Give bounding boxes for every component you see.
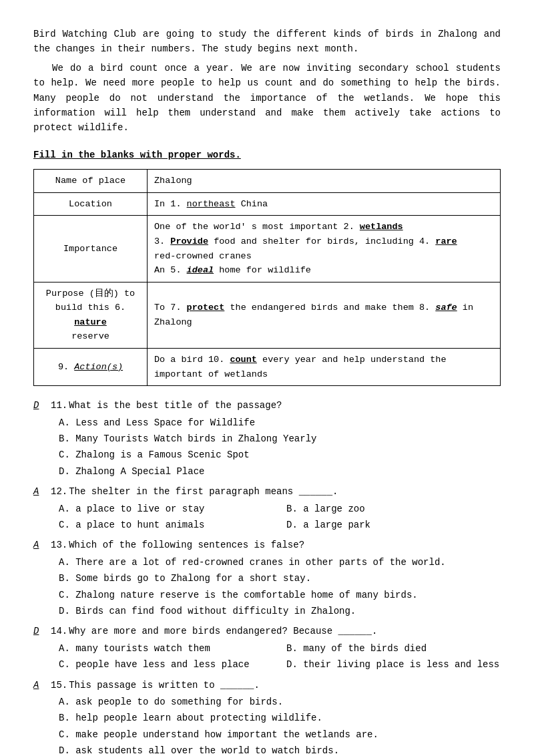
passage-text: Bird Watching Club are going to study th… (33, 27, 501, 136)
options-12: A. a place to live or stay B. a large zo… (59, 502, 501, 533)
table-label-name: Name of place (34, 170, 148, 193)
option-14-d: D. their living place is less and less (286, 657, 501, 672)
option-13-b: B. Some birds go to Zhalong for a short … (59, 571, 501, 586)
option-13-a: A. There are a lot of red-crowned cranes… (59, 555, 501, 570)
passage-section: Bird Watching Club are going to study th… (33, 27, 501, 756)
answer-4: rare (435, 236, 457, 246)
option-14-c: C. people have less and less place (59, 657, 273, 672)
option-11-d: D. Zhalong A Special Place (59, 464, 501, 479)
q-number-12: 12. (51, 484, 67, 499)
answer-label-14: D (33, 624, 48, 638)
passage-line-2: We do a bird count once a year. We are n… (33, 61, 501, 136)
option-row-12-ab: A. a place to live or stay B. a large zo… (59, 502, 501, 516)
table-content-name: Zhalong (148, 170, 501, 193)
option-row-12-cd: C. a place to hunt animals D. a large pa… (59, 518, 501, 532)
option-12-a: A. a place to live or stay (59, 502, 273, 516)
q-number-13: 13. (51, 538, 67, 552)
answer-6: nature (74, 317, 107, 327)
question-12: A 12. The shelter in the first paragraph… (33, 484, 501, 532)
table-label-importance: Importance (34, 216, 148, 282)
table-label-purpose: Purpose (目的) tobuild this 6. naturereser… (34, 282, 148, 348)
option-12-c: C. a place to hunt animals (59, 518, 273, 532)
question-15-stem: A 15. This passage is written to ______. (33, 678, 501, 693)
answer-label-13: A (33, 538, 48, 552)
table-label-action: 9. Action(s) (34, 349, 148, 386)
answer-9: Action(s) (74, 362, 123, 372)
answer-10: count (230, 355, 257, 365)
option-12-d: D. a large park (286, 518, 501, 532)
options-14: A. many tourists watch them B. many of t… (59, 641, 501, 673)
q-text-14: Why are more and more birds endangered? … (69, 624, 501, 638)
table-row: 9. Action(s) Do a bird 10. count every y… (34, 349, 501, 386)
table-content-purpose: To 7. protect the endangered birds and m… (148, 282, 501, 348)
fill-section-title: Fill in the blanks with proper words. (33, 148, 501, 162)
options-13: A. There are a lot of red-crowned cranes… (59, 555, 501, 619)
question-11: D 11. What is the best title of the pass… (33, 398, 501, 479)
table-row: Purpose (目的) tobuild this 6. naturereser… (34, 282, 501, 348)
question-13-stem: A 13. Which of the following sentences i… (33, 538, 501, 552)
answer-3: Provide (170, 236, 208, 246)
q-text-12: The shelter in the first paragraph means… (69, 484, 501, 499)
table-row: Name of place Zhalong (34, 170, 501, 193)
option-12-b: B. a large zoo (286, 502, 501, 516)
answer-label-12: A (33, 484, 48, 499)
passage-line-1: Bird Watching Club are going to study th… (33, 27, 501, 57)
option-row-14-cd: C. people have less and less place D. th… (59, 657, 501, 672)
table-content-importance: One of the world' s most important 2. we… (148, 216, 501, 282)
question-12-stem: A 12. The shelter in the first paragraph… (33, 484, 501, 499)
q-text-11: What is the best title of the passage? (69, 398, 501, 413)
option-14-a: A. many tourists watch them (59, 641, 273, 656)
answer-7: protect (187, 303, 225, 313)
options-15: A. ask people to do something for birds.… (59, 695, 501, 756)
answer-8: safe (435, 303, 457, 313)
option-15-c: C. make people understand how important … (59, 727, 501, 742)
q-text-15: This passage is written to ______. (69, 678, 501, 693)
option-15-b: B. help people learn about protecting wi… (59, 711, 501, 725)
option-row-14-ab: A. many tourists watch them B. many of t… (59, 641, 501, 656)
question-14-stem: D 14. Why are more and more birds endang… (33, 624, 501, 638)
table-content-action: Do a bird 10. count every year and help … (148, 349, 501, 386)
option-13-d: D. Birds can find food without difficult… (59, 604, 501, 618)
q-number-15: 15. (51, 678, 67, 693)
table-label-location: Location (34, 192, 148, 216)
q-number-14: 14. (51, 624, 67, 638)
option-14-b: B. many of the birds died (286, 641, 501, 656)
question-13: A 13. Which of the following sentences i… (33, 538, 501, 618)
table-row: Importance One of the world' s most impo… (34, 216, 501, 282)
answer-2: wetlands (360, 222, 403, 232)
q-text-13: Which of the following sentences is fals… (69, 538, 501, 552)
answer-1: northeast (187, 199, 236, 209)
option-13-c: C. Zhalong nature reserve is the comfort… (59, 588, 501, 602)
table-row: Location In 1. northeast China (34, 192, 501, 216)
options-11: A. Less and Less Space for Wildlife B. M… (59, 415, 501, 480)
option-11-b: B. Many Tourists Watch birds in Zhalong … (59, 431, 501, 446)
table-content-location: In 1. northeast China (148, 192, 501, 216)
question-11-stem: D 11. What is the best title of the pass… (33, 398, 501, 413)
option-11-c: C. Zhalong is a Famous Scenic Spot (59, 447, 501, 462)
option-15-d: D. ask students all over the world to wa… (59, 743, 501, 756)
answer-5: ideal (187, 265, 214, 275)
option-11-a: A. Less and Less Space for Wildlife (59, 415, 501, 430)
option-15-a: A. ask people to do something for birds. (59, 695, 501, 709)
question-14: D 14. Why are more and more birds endang… (33, 624, 501, 672)
questions-section: D 11. What is the best title of the pass… (33, 398, 501, 756)
question-15: A 15. This passage is written to ______.… (33, 678, 501, 757)
q-number-11: 11. (51, 398, 67, 413)
fill-table: Name of place Zhalong Location In 1. nor… (33, 169, 501, 386)
answer-label-15: A (33, 678, 48, 693)
answer-label-11: D (33, 398, 48, 413)
